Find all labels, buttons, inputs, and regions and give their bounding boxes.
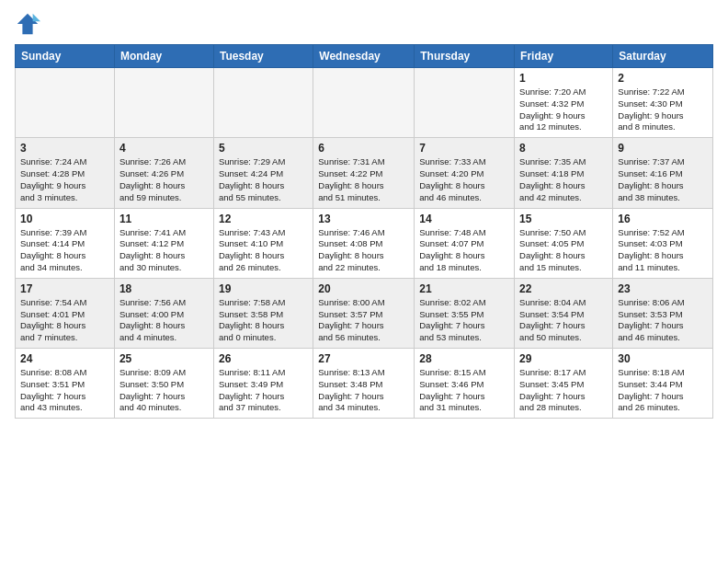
day-number: 24	[20, 352, 109, 365]
day-number: 8	[519, 142, 608, 155]
calendar-table: SundayMondayTuesdayWednesdayThursdayFrid…	[15, 44, 713, 419]
day-number: 23	[618, 282, 708, 295]
day-number: 21	[419, 282, 509, 295]
day-info: Sunrise: 8:11 AM Sunset: 3:49 PM Dayligh…	[219, 367, 308, 414]
calendar-cell: 22Sunrise: 8:04 AM Sunset: 3:54 PM Dayli…	[515, 278, 613, 348]
day-info: Sunrise: 8:04 AM Sunset: 3:54 PM Dayligh…	[519, 297, 608, 344]
calendar-cell: 5Sunrise: 7:29 AM Sunset: 4:24 PM Daylig…	[213, 138, 313, 208]
day-number: 20	[318, 282, 409, 295]
weekday-row: SundayMondayTuesdayWednesdayThursdayFrid…	[16, 45, 713, 68]
day-info: Sunrise: 7:37 AM Sunset: 4:16 PM Dayligh…	[618, 156, 708, 203]
day-info: Sunrise: 7:43 AM Sunset: 4:10 PM Dayligh…	[219, 227, 308, 274]
day-info: Sunrise: 7:31 AM Sunset: 4:22 PM Dayligh…	[318, 156, 409, 203]
day-number: 11	[119, 213, 209, 225]
calendar-cell: 2Sunrise: 7:22 AM Sunset: 4:30 PM Daylig…	[613, 68, 713, 138]
day-info: Sunrise: 7:35 AM Sunset: 4:18 PM Dayligh…	[519, 156, 608, 203]
day-info: Sunrise: 8:15 AM Sunset: 3:46 PM Dayligh…	[419, 367, 509, 414]
svg-marker-1	[33, 14, 40, 21]
weekday-header-wednesday: Wednesday	[313, 45, 415, 68]
calendar-cell: 3Sunrise: 7:24 AM Sunset: 4:28 PM Daylig…	[16, 138, 115, 208]
day-info: Sunrise: 7:46 AM Sunset: 4:08 PM Dayligh…	[318, 227, 409, 274]
day-info: Sunrise: 8:13 AM Sunset: 3:48 PM Dayligh…	[318, 367, 409, 414]
calendar-cell: 11Sunrise: 7:41 AM Sunset: 4:12 PM Dayli…	[114, 208, 213, 278]
week-row-1: 3Sunrise: 7:24 AM Sunset: 4:28 PM Daylig…	[16, 138, 713, 208]
day-info: Sunrise: 8:02 AM Sunset: 3:55 PM Dayligh…	[419, 297, 509, 344]
weekday-header-monday: Monday	[114, 45, 213, 68]
day-info: Sunrise: 8:06 AM Sunset: 3:53 PM Dayligh…	[618, 297, 708, 344]
calendar-cell: 6Sunrise: 7:31 AM Sunset: 4:22 PM Daylig…	[313, 138, 415, 208]
day-number: 19	[219, 282, 308, 295]
day-info: Sunrise: 7:48 AM Sunset: 4:07 PM Dayligh…	[419, 227, 509, 274]
header	[15, 11, 713, 37]
weekday-header-thursday: Thursday	[415, 45, 515, 68]
day-number: 12	[219, 213, 308, 225]
calendar-cell: 30Sunrise: 8:18 AM Sunset: 3:44 PM Dayli…	[613, 349, 713, 419]
weekday-header-sunday: Sunday	[16, 45, 115, 68]
day-number: 1	[519, 72, 608, 85]
day-info: Sunrise: 7:26 AM Sunset: 4:26 PM Dayligh…	[119, 156, 209, 203]
day-info: Sunrise: 7:50 AM Sunset: 4:05 PM Dayligh…	[519, 227, 608, 274]
calendar-cell: 10Sunrise: 7:39 AM Sunset: 4:14 PM Dayli…	[16, 208, 115, 278]
week-row-0: 1Sunrise: 7:20 AM Sunset: 4:32 PM Daylig…	[16, 68, 713, 138]
day-number: 30	[618, 352, 708, 365]
calendar-cell	[415, 68, 515, 138]
day-number: 3	[20, 142, 109, 155]
calendar-cell: 20Sunrise: 8:00 AM Sunset: 3:57 PM Dayli…	[313, 278, 415, 348]
day-number: 18	[119, 282, 209, 295]
day-number: 17	[20, 282, 109, 295]
calendar-cell: 9Sunrise: 7:37 AM Sunset: 4:16 PM Daylig…	[613, 138, 713, 208]
calendar-cell: 15Sunrise: 7:50 AM Sunset: 4:05 PM Dayli…	[515, 208, 613, 278]
weekday-header-tuesday: Tuesday	[213, 45, 313, 68]
day-number: 26	[219, 352, 308, 365]
calendar-body: 1Sunrise: 7:20 AM Sunset: 4:32 PM Daylig…	[16, 68, 713, 419]
day-info: Sunrise: 8:17 AM Sunset: 3:45 PM Dayligh…	[519, 367, 608, 414]
day-number: 10	[20, 213, 109, 225]
day-number: 25	[119, 352, 209, 365]
calendar-cell: 23Sunrise: 8:06 AM Sunset: 3:53 PM Dayli…	[613, 278, 713, 348]
day-number: 27	[318, 352, 409, 365]
day-number: 6	[318, 142, 409, 155]
calendar-cell: 14Sunrise: 7:48 AM Sunset: 4:07 PM Dayli…	[415, 208, 515, 278]
day-info: Sunrise: 7:20 AM Sunset: 4:32 PM Dayligh…	[519, 86, 608, 133]
calendar-cell: 25Sunrise: 8:09 AM Sunset: 3:50 PM Dayli…	[114, 349, 213, 419]
calendar-cell	[16, 68, 115, 138]
calendar-cell	[313, 68, 415, 138]
calendar-cell: 28Sunrise: 8:15 AM Sunset: 3:46 PM Dayli…	[415, 349, 515, 419]
calendar-cell: 4Sunrise: 7:26 AM Sunset: 4:26 PM Daylig…	[114, 138, 213, 208]
day-info: Sunrise: 7:22 AM Sunset: 4:30 PM Dayligh…	[618, 86, 708, 133]
day-info: Sunrise: 7:24 AM Sunset: 4:28 PM Dayligh…	[20, 156, 109, 203]
day-info: Sunrise: 7:41 AM Sunset: 4:12 PM Dayligh…	[119, 227, 209, 274]
calendar-cell: 13Sunrise: 7:46 AM Sunset: 4:08 PM Dayli…	[313, 208, 415, 278]
day-info: Sunrise: 7:54 AM Sunset: 4:01 PM Dayligh…	[20, 297, 109, 344]
day-info: Sunrise: 7:52 AM Sunset: 4:03 PM Dayligh…	[618, 227, 708, 274]
calendar-cell: 17Sunrise: 7:54 AM Sunset: 4:01 PM Dayli…	[16, 278, 115, 348]
calendar-cell: 18Sunrise: 7:56 AM Sunset: 4:00 PM Dayli…	[114, 278, 213, 348]
calendar-header: SundayMondayTuesdayWednesdayThursdayFrid…	[16, 45, 713, 68]
week-row-2: 10Sunrise: 7:39 AM Sunset: 4:14 PM Dayli…	[16, 208, 713, 278]
week-row-4: 24Sunrise: 8:08 AM Sunset: 3:51 PM Dayli…	[16, 349, 713, 419]
day-info: Sunrise: 8:00 AM Sunset: 3:57 PM Dayligh…	[318, 297, 409, 344]
day-number: 16	[618, 213, 708, 225]
calendar-cell: 27Sunrise: 8:13 AM Sunset: 3:48 PM Dayli…	[313, 349, 415, 419]
day-number: 2	[618, 72, 708, 85]
day-number: 28	[419, 352, 509, 365]
day-info: Sunrise: 7:29 AM Sunset: 4:24 PM Dayligh…	[219, 156, 308, 203]
weekday-header-friday: Friday	[515, 45, 613, 68]
page: SundayMondayTuesdayWednesdayThursdayFrid…	[0, 0, 728, 426]
day-number: 15	[519, 213, 608, 225]
day-number: 4	[119, 142, 209, 155]
weekday-header-saturday: Saturday	[613, 45, 713, 68]
calendar-cell	[213, 68, 313, 138]
day-info: Sunrise: 8:08 AM Sunset: 3:51 PM Dayligh…	[20, 367, 109, 414]
logo-icon	[15, 11, 40, 37]
calendar-cell: 7Sunrise: 7:33 AM Sunset: 4:20 PM Daylig…	[415, 138, 515, 208]
day-number: 29	[519, 352, 608, 365]
calendar-cell: 1Sunrise: 7:20 AM Sunset: 4:32 PM Daylig…	[515, 68, 613, 138]
day-info: Sunrise: 7:39 AM Sunset: 4:14 PM Dayligh…	[20, 227, 109, 274]
day-number: 14	[419, 213, 509, 225]
calendar-cell: 24Sunrise: 8:08 AM Sunset: 3:51 PM Dayli…	[16, 349, 115, 419]
calendar-cell: 16Sunrise: 7:52 AM Sunset: 4:03 PM Dayli…	[613, 208, 713, 278]
calendar-cell: 12Sunrise: 7:43 AM Sunset: 4:10 PM Dayli…	[213, 208, 313, 278]
day-number: 5	[219, 142, 308, 155]
week-row-3: 17Sunrise: 7:54 AM Sunset: 4:01 PM Dayli…	[16, 278, 713, 348]
